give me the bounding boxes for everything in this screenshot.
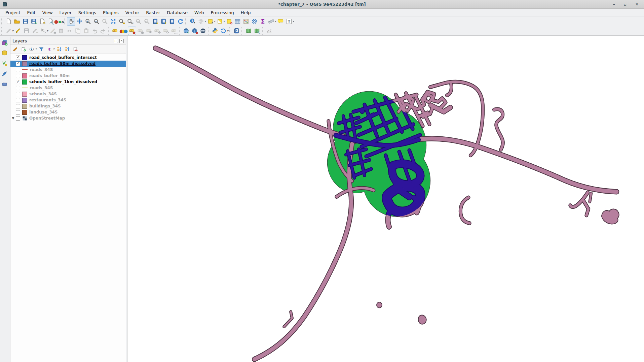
show-hide-labels-icon[interactable]: 👁 bbox=[145, 27, 153, 35]
current-edits-icon[interactable] bbox=[4, 27, 13, 35]
add-wfs-layer-icon[interactable]: ▪ bbox=[190, 27, 199, 35]
osm-tools-icon[interactable]: 🔧 bbox=[253, 27, 261, 35]
python-console-icon[interactable] bbox=[211, 27, 219, 35]
vertex-tool-icon[interactable]: ✕ bbox=[39, 27, 47, 35]
panel-float-button[interactable]: ◱ bbox=[114, 39, 118, 43]
select-features-icon[interactable] bbox=[206, 17, 215, 26]
new-geopackage-layer-icon[interactable] bbox=[0, 70, 8, 78]
layer-visibility-checkbox[interactable] bbox=[16, 92, 20, 96]
zoom-next-icon[interactable]: ▸ bbox=[143, 17, 151, 26]
layout-manager-icon[interactable]: 🔧 bbox=[46, 17, 55, 26]
filter-by-expression-icon[interactable]: ε bbox=[46, 45, 53, 53]
menu-view[interactable]: View bbox=[39, 9, 56, 16]
refresh-icon[interactable] bbox=[176, 17, 185, 26]
modify-attributes-icon[interactable]: ≡ bbox=[48, 27, 57, 35]
collapse-all-icon[interactable] bbox=[64, 45, 71, 53]
pan-map-icon[interactable] bbox=[67, 17, 75, 26]
pin-unpin-labels-icon[interactable]: ● bbox=[136, 27, 145, 35]
identify-features-icon[interactable] bbox=[188, 17, 197, 26]
panel-close-button[interactable]: ✕ bbox=[119, 39, 124, 43]
layer-item-roads-34s-2[interactable]: roads_34S bbox=[10, 85, 126, 91]
layer-diagram-options-icon[interactable]: ●●● bbox=[119, 27, 128, 35]
expand-all-icon[interactable] bbox=[55, 45, 63, 53]
zoom-last-icon[interactable]: ◂ bbox=[134, 17, 143, 26]
zoom-native-icon[interactable]: 1:1 bbox=[101, 17, 109, 26]
menu-project[interactable]: Project bbox=[2, 9, 24, 16]
chevron-down-icon[interactable]: ▾ bbox=[35, 47, 37, 51]
new-database-layer-icon[interactable] bbox=[0, 49, 8, 57]
open-project-icon[interactable] bbox=[13, 17, 21, 26]
rotate-label-icon[interactable]: … bbox=[170, 27, 178, 35]
menu-edit[interactable]: Edit bbox=[24, 9, 39, 16]
add-feature-icon[interactable]: ✦ bbox=[31, 27, 39, 35]
new-print-layout-icon[interactable]: ⚙ bbox=[38, 17, 46, 26]
menu-processing[interactable]: Processing bbox=[207, 9, 237, 16]
layer-visibility-checkbox[interactable] bbox=[16, 56, 20, 60]
open-layer-styling-icon[interactable] bbox=[12, 45, 19, 53]
new-shapefile-layer-icon[interactable] bbox=[0, 59, 8, 67]
zoom-to-selection-icon[interactable]: ▪ bbox=[117, 17, 126, 26]
elevation-profile-icon[interactable] bbox=[265, 27, 273, 35]
menu-web[interactable]: Web bbox=[191, 9, 207, 16]
move-label-icon[interactable]: ✥ bbox=[153, 27, 161, 35]
save-project-as-icon[interactable]: ✎ bbox=[30, 17, 38, 26]
new-project-icon[interactable] bbox=[4, 17, 13, 26]
menu-database[interactable]: Database bbox=[163, 9, 191, 16]
layer-item-roads-buffer-50m[interactable]: roads_buffer_50m bbox=[10, 73, 126, 79]
help-contents-icon[interactable]: ? bbox=[232, 27, 241, 35]
expand-arrow-icon[interactable]: ▼ bbox=[10, 117, 16, 120]
new-bookmark-icon[interactable]: ★ bbox=[151, 17, 159, 26]
menu-settings[interactable]: Settings bbox=[75, 9, 100, 16]
toggle-editing-icon[interactable] bbox=[14, 27, 22, 35]
menu-layer[interactable]: Layer bbox=[56, 9, 75, 16]
chevron-down-icon[interactable]: ▾ bbox=[53, 47, 54, 51]
remove-layer-icon[interactable] bbox=[72, 45, 79, 53]
layer-visibility-checkbox[interactable] bbox=[16, 98, 20, 102]
layer-visibility-checkbox[interactable] bbox=[16, 68, 20, 72]
open-attribute-table-icon[interactable] bbox=[233, 17, 242, 26]
map-canvas[interactable] bbox=[127, 36, 644, 362]
layer-item-road-school-buffers-intersect[interactable]: road_school_buffers_intersect bbox=[10, 55, 126, 61]
manage-map-themes-icon[interactable] bbox=[28, 45, 35, 53]
select-features-by-value-icon[interactable] bbox=[216, 17, 224, 26]
zoom-out-icon[interactable]: − bbox=[92, 17, 101, 26]
save-layer-edits-icon[interactable] bbox=[22, 27, 31, 35]
zoom-full-icon[interactable] bbox=[109, 17, 117, 26]
delete-selected-icon[interactable] bbox=[57, 27, 65, 35]
layer-visibility-checkbox[interactable] bbox=[16, 74, 20, 78]
new-mesh-layer-icon[interactable] bbox=[0, 80, 8, 88]
highlight-pinned-labels-icon[interactable]: ● bbox=[128, 27, 136, 35]
add-wms-layer-icon[interactable]: ＋ bbox=[182, 27, 190, 35]
field-calculator-icon[interactable] bbox=[242, 17, 250, 26]
menu-plugins[interactable]: Plugins bbox=[100, 9, 122, 16]
layer-visibility-checkbox[interactable] bbox=[16, 110, 20, 114]
layer-visibility-checkbox[interactable] bbox=[16, 80, 20, 84]
reload-history-icon[interactable] bbox=[219, 27, 228, 35]
maximize-button[interactable]: ▫ bbox=[624, 0, 627, 9]
zoom-in-icon[interactable]: + bbox=[84, 17, 92, 26]
measure-line-icon[interactable] bbox=[267, 17, 275, 26]
filter-legend-icon[interactable] bbox=[38, 45, 45, 53]
layer-labeling-options-icon[interactable] bbox=[111, 27, 119, 35]
show-bookmarks-icon[interactable]: ✦ bbox=[159, 17, 168, 26]
zoom-to-layer-icon[interactable]: ▫ bbox=[126, 17, 134, 26]
undo-icon[interactable] bbox=[90, 27, 99, 35]
pan-to-selection-icon[interactable] bbox=[75, 17, 84, 26]
layer-visibility-checkbox[interactable] bbox=[16, 62, 20, 66]
layer-item-roads-34s[interactable]: roads_34S bbox=[10, 67, 126, 73]
layer-item-landuse-34s[interactable]: landuse_34S bbox=[10, 109, 126, 115]
layer-visibility-checkbox[interactable] bbox=[16, 116, 20, 121]
menu-help[interactable]: Help bbox=[237, 9, 254, 16]
redo-icon[interactable] bbox=[99, 27, 107, 35]
save-project-icon[interactable] bbox=[21, 17, 30, 26]
change-label-icon[interactable]: ⟳ bbox=[161, 27, 170, 35]
paste-features-icon[interactable] bbox=[82, 27, 90, 35]
layer-visibility-checkbox[interactable] bbox=[16, 104, 20, 108]
layer-item-schools-34s[interactable]: schools_34S bbox=[10, 91, 126, 97]
menu-raster[interactable]: Raster bbox=[143, 9, 163, 16]
new-map-view-icon[interactable] bbox=[168, 17, 176, 26]
layer-visibility-checkbox[interactable] bbox=[16, 86, 20, 90]
text-annotation-icon[interactable]: T bbox=[285, 17, 293, 26]
layer-item-schools-buffer-1km-dissolved[interactable]: schools_buffer_1km_dissolved bbox=[10, 79, 126, 85]
processing-toolbox-icon[interactable] bbox=[250, 17, 259, 26]
